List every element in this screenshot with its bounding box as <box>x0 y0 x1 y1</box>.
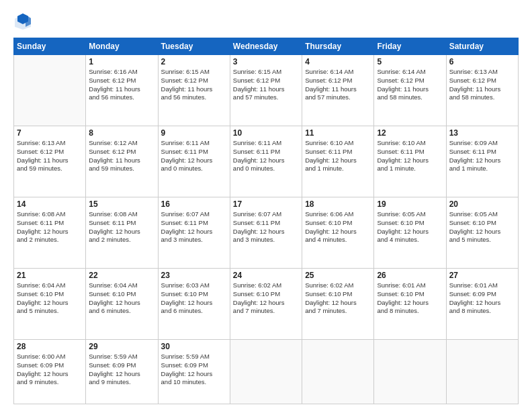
sunrise-text: Sunrise: 6:02 AM <box>233 281 299 290</box>
sunset-text: Sunset: 6:11 PM <box>161 219 227 228</box>
daylight-text-cont: and 9 minutes. <box>17 378 83 387</box>
daylight-text: Daylight: 12 hours <box>233 228 299 236</box>
day-info: Sunrise: 6:01 AMSunset: 6:09 PMDaylight:… <box>449 281 515 316</box>
calendar-cell: 29Sunrise: 5:59 AMSunset: 6:09 PMDayligh… <box>86 340 158 404</box>
day-number: 23 <box>161 271 227 280</box>
sunrise-text: Sunrise: 6:15 AM <box>161 68 227 77</box>
calendar-cell: 3Sunrise: 6:15 AMSunset: 6:12 PMDaylight… <box>230 55 302 126</box>
sunset-text: Sunset: 6:10 PM <box>89 290 154 299</box>
daylight-text-cont: and 0 minutes. <box>161 165 227 173</box>
sunset-text: Sunset: 6:11 PM <box>161 148 227 156</box>
sunset-text: Sunset: 6:12 PM <box>89 148 154 156</box>
sunset-text: Sunset: 6:10 PM <box>377 219 443 228</box>
sunset-text: Sunset: 6:11 PM <box>233 148 299 156</box>
daylight-text-cont: and 7 minutes. <box>305 307 371 316</box>
calendar-cell: 23Sunrise: 6:03 AMSunset: 6:10 PMDayligh… <box>158 269 230 340</box>
daylight-text: Daylight: 12 hours <box>161 299 227 308</box>
daylight-text: Daylight: 12 hours <box>161 370 227 379</box>
sunset-text: Sunset: 6:11 PM <box>233 219 299 228</box>
sunrise-text: Sunrise: 6:11 AM <box>233 139 299 148</box>
sunset-text: Sunset: 6:12 PM <box>233 77 299 85</box>
daylight-text-cont: and 1 minute. <box>377 165 443 173</box>
daylight-text: Daylight: 12 hours <box>233 299 299 308</box>
sunset-text: Sunset: 6:12 PM <box>161 77 227 85</box>
col-sunday: Sunday <box>14 38 86 55</box>
day-number: 3 <box>233 57 299 66</box>
day-number: 9 <box>161 128 227 138</box>
day-info: Sunrise: 6:04 AMSunset: 6:10 PMDaylight:… <box>17 281 83 316</box>
daylight-text: Daylight: 12 hours <box>377 228 443 236</box>
daylight-text-cont: and 2 minutes. <box>17 236 83 244</box>
day-number: 2 <box>161 57 227 66</box>
daylight-text-cont: and 59 minutes. <box>17 165 83 173</box>
calendar-cell: 7Sunrise: 6:13 AMSunset: 6:12 PMDaylight… <box>14 126 86 197</box>
sunset-text: Sunset: 6:11 PM <box>377 148 443 156</box>
daylight-text: Daylight: 12 hours <box>377 299 443 308</box>
daylight-text: Daylight: 12 hours <box>377 156 443 165</box>
day-number: 4 <box>305 57 371 66</box>
daylight-text: Daylight: 12 hours <box>17 228 83 236</box>
day-info: Sunrise: 6:13 AMSunset: 6:12 PMDaylight:… <box>17 139 83 173</box>
calendar-cell: 28Sunrise: 6:00 AMSunset: 6:09 PMDayligh… <box>14 340 86 404</box>
calendar-cell: 15Sunrise: 6:08 AMSunset: 6:11 PMDayligh… <box>86 197 158 269</box>
sunset-text: Sunset: 6:11 PM <box>89 219 154 228</box>
daylight-text-cont: and 57 minutes. <box>305 93 371 102</box>
day-info: Sunrise: 5:59 AMSunset: 6:09 PMDaylight:… <box>161 353 227 387</box>
daylight-text-cont: and 6 minutes. <box>89 307 154 316</box>
daylight-text: Daylight: 12 hours <box>161 228 227 236</box>
sunset-text: Sunset: 6:12 PM <box>89 77 154 85</box>
sunset-text: Sunset: 6:10 PM <box>305 290 371 299</box>
day-number: 19 <box>377 199 443 209</box>
daylight-text-cont: and 57 minutes. <box>233 93 299 102</box>
day-info: Sunrise: 6:14 AMSunset: 6:12 PMDaylight:… <box>377 68 443 102</box>
daylight-text-cont: and 56 minutes. <box>89 93 154 102</box>
daylight-text-cont: and 5 minutes. <box>17 307 83 316</box>
daylight-text-cont: and 58 minutes. <box>377 93 443 102</box>
day-info: Sunrise: 6:14 AMSunset: 6:12 PMDaylight:… <box>305 68 371 102</box>
daylight-text: Daylight: 12 hours <box>305 156 371 165</box>
daylight-text: Daylight: 12 hours <box>305 299 371 308</box>
day-number: 22 <box>89 271 154 280</box>
day-info: Sunrise: 6:07 AMSunset: 6:11 PMDaylight:… <box>233 210 299 244</box>
sunrise-text: Sunrise: 6:01 AM <box>377 281 443 290</box>
day-number: 14 <box>17 199 83 209</box>
sunrise-text: Sunrise: 6:13 AM <box>17 139 83 148</box>
day-info: Sunrise: 6:12 AMSunset: 6:12 PMDaylight:… <box>89 139 154 173</box>
calendar-cell: 30Sunrise: 5:59 AMSunset: 6:09 PMDayligh… <box>158 340 230 404</box>
day-info: Sunrise: 6:08 AMSunset: 6:11 PMDaylight:… <box>17 210 83 244</box>
day-info: Sunrise: 6:00 AMSunset: 6:09 PMDaylight:… <box>17 353 83 387</box>
sunset-text: Sunset: 6:09 PM <box>161 361 227 370</box>
sunset-text: Sunset: 6:10 PM <box>161 290 227 299</box>
sunset-text: Sunset: 6:12 PM <box>377 77 443 85</box>
day-number: 21 <box>17 271 83 280</box>
daylight-text-cont: and 4 minutes. <box>305 236 371 244</box>
sunset-text: Sunset: 6:09 PM <box>449 290 515 299</box>
daylight-text: Daylight: 12 hours <box>89 370 154 379</box>
calendar-table: Sunday Monday Tuesday Wednesday Thursday… <box>13 38 519 404</box>
daylight-text-cont: and 3 minutes. <box>233 236 299 244</box>
daylight-text: Daylight: 11 hours <box>89 85 154 94</box>
calendar-cell: 16Sunrise: 6:07 AMSunset: 6:11 PMDayligh… <box>158 197 230 269</box>
day-number: 28 <box>17 342 83 351</box>
day-number: 13 <box>449 128 515 138</box>
day-info: Sunrise: 6:15 AMSunset: 6:12 PMDaylight:… <box>161 68 227 102</box>
sunset-text: Sunset: 6:10 PM <box>233 290 299 299</box>
calendar-cell <box>230 340 302 404</box>
day-number: 5 <box>377 57 443 66</box>
logo <box>13 12 35 31</box>
sunrise-text: Sunrise: 6:07 AM <box>233 210 299 219</box>
day-info: Sunrise: 6:11 AMSunset: 6:11 PMDaylight:… <box>233 139 299 173</box>
calendar-cell: 2Sunrise: 6:15 AMSunset: 6:12 PMDaylight… <box>158 55 230 126</box>
day-info: Sunrise: 6:10 AMSunset: 6:11 PMDaylight:… <box>377 139 443 173</box>
sunrise-text: Sunrise: 6:00 AM <box>17 353 83 361</box>
sunrise-text: Sunrise: 6:02 AM <box>305 281 371 290</box>
day-info: Sunrise: 6:09 AMSunset: 6:11 PMDaylight:… <box>449 139 515 173</box>
sunrise-text: Sunrise: 6:06 AM <box>305 210 371 219</box>
daylight-text: Daylight: 11 hours <box>161 85 227 94</box>
daylight-text: Daylight: 11 hours <box>305 85 371 94</box>
col-tuesday: Tuesday <box>158 38 230 55</box>
day-number: 30 <box>161 342 227 351</box>
sunrise-text: Sunrise: 6:07 AM <box>161 210 227 219</box>
day-number: 17 <box>233 199 299 209</box>
sunset-text: Sunset: 6:11 PM <box>17 219 83 228</box>
